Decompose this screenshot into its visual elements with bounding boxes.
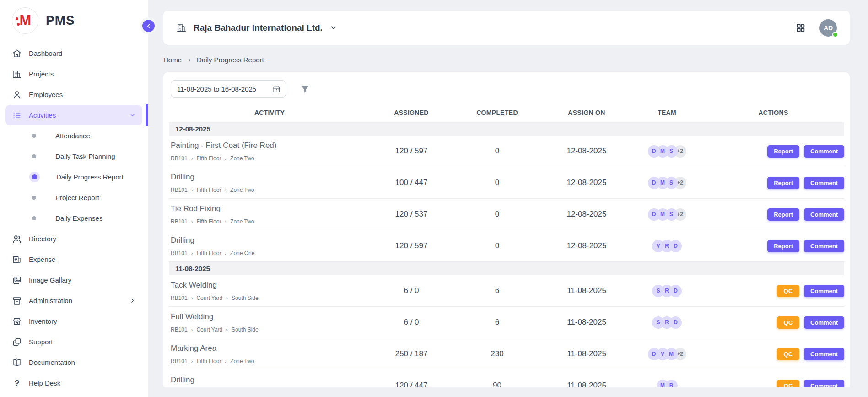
team-member-avatar[interactable]: D	[648, 208, 660, 221]
table-row: Full Welding RB101›Court Yard›South Side…	[169, 307, 844, 338]
sidebar-item-inventory[interactable]: Inventory	[5, 311, 142, 332]
sidebar-collapse-button[interactable]	[142, 20, 155, 32]
sidebar-item-dashboard[interactable]: Dashboard	[5, 43, 142, 64]
activity-title[interactable]: Full Welding	[171, 312, 370, 321]
activity-title[interactable]: Painting - First Coat (Fire Red)	[171, 141, 370, 150]
company-name: Raja Bahadur International Ltd.	[194, 23, 323, 33]
team-member-avatar[interactable]: V	[652, 240, 664, 252]
bullet-dot-icon	[32, 154, 36, 158]
calendar-icon	[272, 85, 281, 93]
comment-button[interactable]: Comment	[804, 348, 844, 360]
comment-button[interactable]: Comment	[804, 380, 844, 387]
assigned-value: 250 / 187	[370, 349, 453, 359]
activity-path: RB101›Fifth Floor›Zone One	[171, 250, 370, 256]
row-actions: QCComment	[702, 285, 844, 297]
activity-title[interactable]: Tie Rod Fixing	[171, 204, 370, 213]
path-segment: Court Yard	[196, 295, 222, 301]
team-member-avatar[interactable]: D	[648, 145, 660, 158]
comment-button[interactable]: Comment	[804, 208, 844, 221]
sidebar-subitem-project-report[interactable]: Project Report	[5, 187, 142, 208]
home-icon	[12, 49, 22, 59]
comment-button[interactable]: Comment	[804, 285, 844, 297]
brand[interactable]: M PMS	[0, 0, 148, 39]
report-button[interactable]: Report	[767, 145, 799, 158]
comment-button[interactable]: Comment	[804, 177, 844, 189]
team-avatars: DMS+2	[631, 208, 702, 221]
qc-button[interactable]: QC	[777, 380, 800, 387]
comment-button[interactable]: Comment	[804, 240, 844, 252]
chevron-right-icon: ›	[225, 359, 226, 364]
sidebar-item-help-desk[interactable]: ? Help Desk	[5, 373, 142, 393]
row-actions: ReportComment	[702, 145, 844, 158]
sidebar-item-support[interactable]: Support	[5, 332, 142, 352]
sidebar-item-projects[interactable]: Projects	[5, 64, 142, 84]
report-button[interactable]: Report	[767, 177, 799, 189]
completed-value: 90	[453, 381, 542, 387]
team-member-avatar[interactable]: D	[648, 177, 660, 189]
apps-grid-icon[interactable]	[796, 23, 806, 33]
chevron-right-icon: ›	[191, 250, 193, 256]
col-activity: ACTIVITY	[169, 109, 370, 116]
top-header-bar: Raja Bahadur International Ltd. AD	[163, 11, 850, 45]
sidebar-item-image-gallary[interactable]: Image Gallary	[5, 270, 142, 290]
completed-value: 0	[453, 241, 542, 250]
comment-button[interactable]: Comment	[804, 145, 844, 158]
activity-path: RB101›Fifth Floor›Zone Two	[171, 155, 370, 162]
company-selector[interactable]: Raja Bahadur International Ltd.	[176, 22, 337, 33]
building-icon	[12, 69, 22, 79]
activity-title[interactable]: Drilling	[171, 236, 370, 245]
completed-value: 0	[453, 178, 542, 187]
chevron-right-icon: ›	[225, 187, 226, 193]
sidebar-item-expense[interactable]: Expense	[5, 249, 142, 270]
table-row: Drilling RB101›Fifth Floor›Zone One 120 …	[169, 230, 844, 262]
comment-button[interactable]: Comment	[804, 316, 844, 329]
qc-button[interactable]: QC	[777, 285, 800, 297]
user-menu[interactable]: AD	[819, 19, 837, 37]
team-member-avatar[interactable]: S	[652, 285, 664, 297]
sidebar-subitem-label: Attendance	[55, 132, 90, 140]
sidebar-item-documentation[interactable]: Documentation	[5, 352, 142, 373]
sidebar-subitem-daily-expenses[interactable]: Daily Expenses	[5, 208, 142, 228]
activity-title[interactable]: Drilling	[171, 173, 370, 182]
chevron-down-icon	[129, 112, 136, 119]
copy-icon	[12, 337, 22, 347]
sidebar-subitem-daily-task-planning[interactable]: Daily Task Planning	[5, 146, 142, 167]
path-segment: Zone One	[230, 250, 254, 256]
assign-on-value: 11-08-2025	[542, 318, 631, 327]
chevron-right-icon: ›	[191, 359, 193, 364]
activity-title[interactable]: Drilling	[171, 375, 370, 385]
team-avatars: DVM+2	[631, 348, 702, 360]
team-avatars: DMS+2	[631, 177, 702, 189]
assigned-value: 120 / 597	[370, 147, 453, 156]
date-range-input[interactable]: 11-08-2025 to 16-08-2025	[171, 80, 286, 98]
sidebar-subitem-daily-progress-report[interactable]: Daily Progress Report	[5, 167, 142, 187]
sidebar-subitem-attendance[interactable]: Attendance	[5, 125, 142, 146]
sidebar-item-administration[interactable]: Administration	[5, 290, 142, 311]
path-segment: RB101	[171, 218, 188, 225]
online-status-dot	[832, 32, 838, 38]
team-member-avatar[interactable]: M	[657, 380, 669, 387]
assign-on-value: 12-08-2025	[542, 178, 631, 187]
report-button[interactable]: Report	[767, 240, 799, 252]
activity-title[interactable]: Marking Area	[171, 344, 370, 353]
qc-button[interactable]: QC	[777, 348, 800, 360]
team-member-avatar[interactable]: D	[648, 348, 660, 360]
activity-title[interactable]: Tack Welding	[171, 281, 370, 290]
assign-on-value: 11-08-2025	[542, 349, 631, 359]
breadcrumb: Home › Daily Progress Report	[163, 51, 850, 68]
chevron-right-icon: ›	[191, 187, 193, 193]
path-segment: RB101	[171, 358, 188, 364]
completed-value: 230	[453, 349, 542, 359]
chevron-right-icon: ›	[188, 55, 190, 63]
sidebar-item-employees[interactable]: Employees	[5, 84, 142, 105]
row-actions: ReportComment	[702, 208, 844, 221]
sidebar-item-activities[interactable]: Activities	[5, 105, 142, 125]
breadcrumb-home[interactable]: Home	[163, 56, 182, 64]
team-member-avatar[interactable]: S	[652, 316, 664, 329]
col-team: TEAM	[631, 109, 702, 116]
report-button[interactable]: Report	[767, 208, 799, 221]
sidebar-item-directory[interactable]: Directory	[5, 228, 142, 249]
qc-button[interactable]: QC	[777, 316, 800, 329]
list-icon	[12, 110, 22, 120]
filter-funnel-icon[interactable]	[300, 84, 310, 94]
